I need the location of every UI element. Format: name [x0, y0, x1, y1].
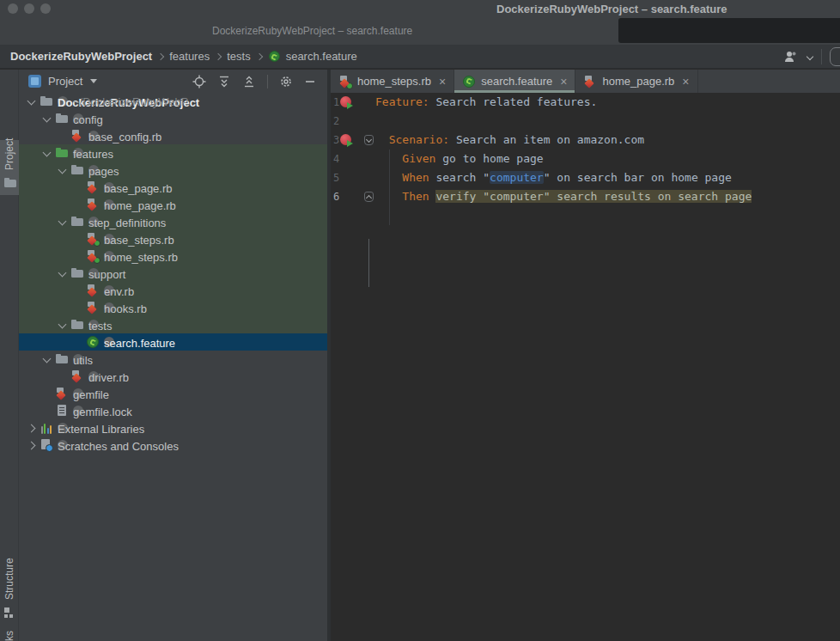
- tree-item-env[interactable]: env.rb: [19, 282, 327, 299]
- chevron-down-icon[interactable]: [55, 162, 70, 178]
- window-close-button[interactable]: [8, 3, 18, 14]
- run-test-gutter-icon[interactable]: [340, 96, 351, 107]
- chevron-spacer: [70, 300, 86, 315]
- stripe-tab-structure[interactable]: Structure: [0, 556, 19, 626]
- ruby-file-icon: [55, 387, 69, 400]
- chevron-right-icon[interactable]: [24, 420, 40, 436]
- navigation-bar: DockerizeRubyWebProject features tests s…: [0, 45, 840, 69]
- stripe-label-project: Project: [3, 138, 15, 170]
- tree-item-home-steps[interactable]: home_steps.rb: [19, 247, 327, 265]
- cucumber-file-icon: [462, 75, 476, 89]
- libraries-icon: [40, 421, 53, 435]
- window-minimize-button[interactable]: [24, 3, 34, 14]
- close-icon[interactable]: ×: [682, 76, 689, 88]
- tree-item-pages[interactable]: pages: [19, 162, 327, 179]
- ruby-file-icon: [86, 180, 100, 194]
- chevron-down-icon[interactable]: [40, 351, 55, 367]
- project-panel-title[interactable]: Project: [48, 75, 82, 88]
- tab-search-feature[interactable]: search.feature ×: [454, 70, 575, 93]
- breadcrumb-features[interactable]: features: [169, 50, 210, 63]
- code-line-5[interactable]: 5 When search "computer" on search bar o…: [331, 168, 840, 187]
- tree-item-hooks[interactable]: hooks.rb: [19, 299, 327, 316]
- tree-item-search-feature[interactable]: search.feature: [19, 333, 327, 351]
- chevron-spacer: [70, 197, 86, 212]
- chevron-spacer: [70, 283, 86, 298]
- ruby-file-icon: [70, 129, 84, 143]
- breadcrumb-project[interactable]: DockerizeRubyWebProject: [10, 50, 152, 63]
- clipped-pill-control[interactable]: [830, 47, 840, 66]
- code-line-4[interactable]: 4 Given go to home page: [331, 150, 840, 168]
- code-line-1[interactable]: 1 Feature: Search related features.: [331, 93, 840, 112]
- window-zoom-button[interactable]: [40, 3, 51, 14]
- close-icon[interactable]: ×: [560, 76, 567, 88]
- breadcrumb-file[interactable]: search.feature: [286, 50, 357, 63]
- highlighted-step-text: verify "computer" search results on sear…: [435, 190, 752, 203]
- hide-icon[interactable]: [304, 75, 316, 89]
- chevron-down-icon[interactable]: [55, 317, 70, 333]
- tree-item-features[interactable]: features: [19, 144, 327, 162]
- fold-end-icon[interactable]: [364, 192, 374, 202]
- tab-home-page[interactable]: home_page.rb ×: [575, 70, 697, 93]
- divider: [267, 75, 268, 89]
- tree-item-scratches[interactable]: Scratches and Consoles: [19, 436, 327, 454]
- ruby-file-icon: [70, 369, 84, 383]
- stripe-tab-project[interactable]: Project: [0, 140, 19, 195]
- fold-start-icon[interactable]: [364, 135, 374, 145]
- tree-item-external-libraries[interactable]: External Libraries: [19, 419, 327, 436]
- chevron-down-icon[interactable]: [89, 77, 98, 86]
- collapse-all-icon[interactable]: [242, 75, 256, 89]
- chevron-down-icon[interactable]: [55, 266, 70, 281]
- editor-tabs: home_steps.rb × search.feature × home_pa…: [331, 70, 840, 93]
- project-view-icon: [28, 75, 41, 88]
- line-number: 5: [333, 168, 347, 187]
- chevron-spacer: [40, 386, 55, 401]
- structure-icon: [3, 606, 16, 620]
- settings-icon[interactable]: [279, 75, 293, 89]
- test-folder-icon: [55, 146, 69, 160]
- tree-item-gemfile-lock[interactable]: gemfile.lock: [19, 402, 327, 419]
- project-tree-panel: DockerizeRubyWebProject ~/DockerizeRubyW…: [19, 93, 327, 641]
- chevron-down-icon[interactable]: [40, 145, 55, 161]
- folder-icon: [55, 112, 69, 125]
- code-line-3[interactable]: 3 Scenario: Search an item on amazon.com: [331, 131, 840, 150]
- ide-header-row: DockerizeRubyWebProject – search.feature: [0, 18, 840, 45]
- tree-item-step-definitions[interactable]: step_definitions: [19, 213, 327, 230]
- window-subtitle: DockerizeRubyWebProject – search.feature: [212, 25, 412, 37]
- tree-item-home-page[interactable]: home_page.rb: [19, 196, 327, 213]
- locate-icon[interactable]: [192, 75, 206, 89]
- cucumber-file-icon: [268, 50, 281, 63]
- tab-label: search.feature: [481, 75, 552, 88]
- tree-item-base-config[interactable]: base_config.rb: [19, 127, 327, 144]
- stripe-label-structure: Structure: [3, 558, 15, 600]
- editor-area[interactable]: 1 Feature: Search related features. 2 3 …: [331, 93, 840, 641]
- tree-item-config[interactable]: config: [19, 110, 327, 127]
- breadcrumb-tests[interactable]: tests: [227, 50, 250, 63]
- step-parameter: computer: [490, 171, 544, 184]
- chevron-down-icon[interactable]: [24, 94, 40, 109]
- folder-icon: [70, 215, 84, 229]
- code-line-6[interactable]: 6 Then verify "computer" search results …: [331, 187, 840, 206]
- chevron-down-icon[interactable]: [807, 53, 813, 60]
- tree-item-support[interactable]: support: [19, 265, 327, 282]
- tree-item-driver[interactable]: driver.rb: [19, 368, 327, 385]
- expand-all-icon[interactable]: [217, 75, 231, 89]
- tree-item-tests[interactable]: tests: [19, 316, 327, 333]
- line-number: 4: [333, 150, 347, 168]
- tree-item-utils[interactable]: utils: [19, 351, 327, 368]
- folder-icon: [40, 95, 53, 108]
- close-icon[interactable]: ×: [439, 76, 446, 88]
- tree-item-base-steps[interactable]: base_steps.rb: [19, 230, 327, 247]
- divider: [821, 49, 822, 64]
- chevron-down-icon[interactable]: [55, 214, 70, 229]
- tree-item-base-page[interactable]: base_page.rb: [19, 179, 327, 196]
- tree-item-root[interactable]: DockerizeRubyWebProject ~/DockerizeRubyW…: [19, 93, 327, 110]
- chevron-right-icon[interactable]: [24, 437, 40, 453]
- code-line-2[interactable]: 2: [331, 112, 840, 131]
- tab-home-steps[interactable]: home_steps.rb ×: [331, 70, 454, 93]
- chevron-spacer: [70, 231, 86, 247]
- run-test-gutter-icon[interactable]: [340, 134, 351, 145]
- code-with-me-users-icon[interactable]: [782, 50, 799, 64]
- chevron-down-icon[interactable]: [40, 111, 55, 126]
- stripe-tab-bookmarks[interactable]: Bookmarks: [0, 630, 19, 641]
- tree-item-gemfile[interactable]: gemfile: [19, 385, 327, 402]
